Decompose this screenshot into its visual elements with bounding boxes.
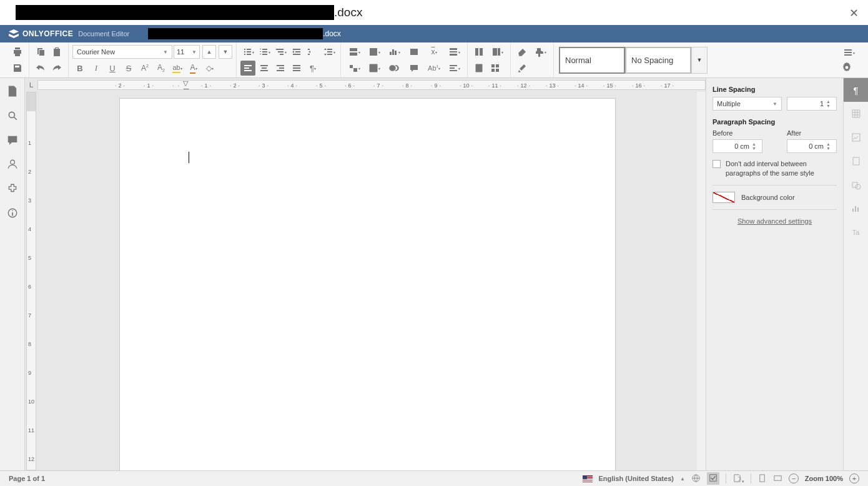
line-spacing-mode[interactable]: Multiple▼	[713, 97, 782, 111]
align-center-icon[interactable]	[257, 61, 272, 76]
textart-tab-icon[interactable]: Ta	[844, 221, 869, 244]
globe-icon[interactable]	[691, 474, 701, 484]
insert-shape-icon[interactable]: ▾	[345, 61, 363, 76]
title-extension: .docx	[334, 6, 362, 19]
info-tab-icon[interactable]	[7, 207, 18, 221]
bold-icon[interactable]: B	[72, 61, 87, 76]
font-size-value: 11	[177, 48, 184, 56]
vertical-scrollbar[interactable]	[697, 92, 706, 470]
background-color-swatch[interactable]	[713, 192, 735, 203]
format-painter-icon[interactable]: ▾	[531, 44, 550, 59]
document-canvas[interactable]	[37, 92, 697, 470]
insert-page-break-icon[interactable]: ▾	[345, 44, 363, 59]
vertical-ruler[interactable]: 123456789101112	[25, 92, 37, 470]
decrease-indent-icon[interactable]	[289, 44, 304, 59]
paste-icon[interactable]	[49, 44, 64, 59]
image-tab-icon[interactable]	[844, 126, 869, 149]
spellcheck-icon[interactable]	[707, 472, 719, 485]
svg-point-0	[9, 112, 14, 117]
bullets-icon[interactable]: ▾	[240, 44, 255, 59]
zoom-in-button[interactable]: +	[849, 474, 859, 484]
nonprinting-icon[interactable]: ¶▾	[305, 61, 320, 76]
dont-add-interval-checkbox[interactable]	[713, 160, 721, 168]
undo-icon[interactable]	[33, 61, 48, 76]
page-layout-icon[interactable]	[471, 61, 486, 76]
insert-table-icon[interactable]: ▾	[365, 61, 383, 76]
chevron-up-icon[interactable]: ▲	[680, 476, 685, 482]
style-normal[interactable]: Normal	[559, 47, 625, 74]
gear-icon[interactable]	[839, 60, 854, 75]
line-spacing-title: Line Spacing	[713, 86, 837, 93]
page-info[interactable]: Page 1 of 1	[9, 475, 583, 482]
close-icon[interactable]: ✕	[849, 6, 859, 20]
spacing-after[interactable]: 0 cm▲▼	[787, 139, 837, 153]
copy-icon[interactable]	[33, 44, 48, 59]
eraser-icon[interactable]	[515, 44, 530, 59]
align-left-icon[interactable]	[240, 61, 255, 76]
align-right-icon[interactable]	[273, 61, 288, 76]
multilevel-icon[interactable]: ▾	[273, 44, 288, 59]
mail-merge-icon[interactable]: ▾	[488, 44, 506, 59]
font-color-icon[interactable]: A▾	[186, 61, 201, 76]
insert-comment-icon[interactable]	[405, 61, 423, 76]
paragraph-settings-panel: Line Spacing Multiple▼ 1▲▼ Paragraph Spa…	[706, 78, 843, 470]
line-spacing-icon[interactable]: ▾	[322, 44, 337, 59]
insert-link-icon[interactable]	[385, 61, 403, 76]
clear-style-icon[interactable]: ◇▾	[202, 61, 217, 76]
align-justify-icon[interactable]	[289, 61, 304, 76]
superscript-icon[interactable]: A2	[137, 61, 152, 76]
horizontal-ruler[interactable]: ·2··1····1··2··3··4··5··6··7··8··9··10··…	[37, 80, 706, 90]
styles-expand[interactable]: ▼	[691, 47, 708, 74]
status-bar: Page 1 of 1 English (United States) ▲ ▾ …	[0, 470, 868, 486]
plugins-tab-icon[interactable]	[7, 183, 18, 196]
fit-width-icon[interactable]	[773, 474, 782, 484]
insert-header-footer-icon[interactable]: ▾	[445, 44, 463, 59]
insert-dropcap-icon[interactable]: Ab1▾	[425, 61, 443, 76]
fit-page-icon[interactable]	[757, 474, 767, 484]
print-icon[interactable]	[10, 44, 25, 59]
font-size-down[interactable]: ▼	[219, 45, 232, 59]
insert-text-art-icon[interactable]: ▾	[445, 61, 463, 76]
zoom-out-button[interactable]: −	[789, 474, 799, 484]
grid-icon[interactable]	[488, 61, 503, 76]
spacing-before[interactable]: 0 cm▲▼	[713, 139, 762, 153]
paragraph-tab-icon[interactable]: ¶	[844, 78, 869, 102]
filename-redacted	[148, 28, 323, 39]
collab-tab-icon[interactable]	[7, 159, 18, 172]
redo-icon[interactable]	[49, 61, 64, 76]
shape-tab-icon[interactable]	[844, 173, 869, 197]
highlight-icon[interactable]: ab▾	[170, 61, 185, 76]
advanced-settings-link[interactable]: Show advanced settings	[713, 217, 837, 225]
insert-textbox-icon[interactable]	[405, 44, 423, 59]
zoom-label[interactable]: Zoom 100%	[805, 475, 843, 482]
search-icon[interactable]	[7, 110, 18, 123]
comments-tab-icon[interactable]	[7, 134, 18, 147]
page[interactable]	[119, 98, 616, 470]
insert-image-icon[interactable]: ▾	[365, 44, 383, 59]
subscript-icon[interactable]: A2	[154, 61, 169, 76]
font-name-select[interactable]: Courier New▼	[72, 45, 172, 59]
line-spacing-value[interactable]: 1▲▼	[787, 97, 837, 111]
save-icon[interactable]	[10, 61, 25, 76]
table-tab-icon[interactable]	[844, 102, 869, 126]
header-tab-icon[interactable]	[844, 149, 869, 173]
strike-icon[interactable]: S	[121, 61, 136, 76]
columns-icon[interactable]	[471, 44, 486, 59]
title-redacted	[16, 5, 334, 20]
numbering-icon[interactable]: ▾	[257, 44, 272, 59]
font-size-select[interactable]: 11▼	[174, 45, 200, 59]
insert-chart-icon[interactable]: ▾	[385, 44, 403, 59]
view-settings-icon[interactable]: ▾	[839, 45, 858, 60]
track-changes-icon[interactable]: ▾	[732, 474, 744, 484]
file-tab-icon[interactable]	[7, 86, 18, 99]
paragraph-spacing-title: Paragraph Spacing	[713, 118, 837, 126]
font-size-up[interactable]: ▲	[202, 45, 216, 59]
insert-equation-icon[interactable]: x▾	[425, 44, 443, 59]
increase-indent-icon[interactable]	[305, 44, 320, 59]
style-no-spacing[interactable]: No Spacing	[625, 47, 691, 74]
brush-icon[interactable]	[515, 61, 530, 76]
italic-icon[interactable]: I	[89, 61, 104, 76]
language-label[interactable]: English (United States)	[599, 475, 674, 482]
underline-icon[interactable]: U	[105, 61, 120, 76]
chart-tab-icon[interactable]	[844, 197, 869, 221]
